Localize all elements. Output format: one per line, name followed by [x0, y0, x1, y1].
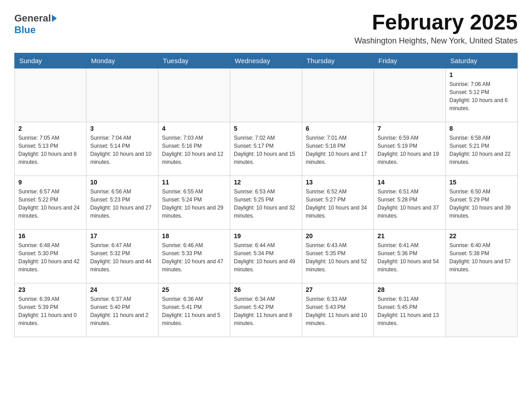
calendar-cell: 16Sunrise: 6:48 AMSunset: 5:30 PMDayligh…: [15, 229, 86, 283]
calendar-cell: 12Sunrise: 6:53 AMSunset: 5:25 PMDayligh…: [230, 176, 302, 229]
day-number: 1: [450, 71, 514, 78]
day-number: 15: [450, 179, 514, 186]
weekday-header-tuesday: Tuesday: [158, 53, 230, 68]
calendar-cell: 8Sunrise: 6:58 AMSunset: 5:21 PMDaylight…: [446, 122, 517, 176]
day-info: Sunrise: 6:59 AMSunset: 5:19 PMDaylight:…: [378, 134, 442, 166]
weekday-header-sunday: Sunday: [15, 53, 86, 68]
weekday-header-friday: Friday: [374, 53, 446, 68]
calendar-cell: 5Sunrise: 7:02 AMSunset: 5:17 PMDaylight…: [230, 122, 302, 176]
day-number: 6: [306, 125, 370, 132]
day-info: Sunrise: 6:39 AMSunset: 5:39 PMDaylight:…: [18, 295, 82, 327]
calendar-cell: 6Sunrise: 7:01 AMSunset: 5:18 PMDaylight…: [302, 122, 373, 176]
day-number: 17: [90, 232, 154, 240]
day-info: Sunrise: 6:40 AMSunset: 5:38 PMDaylight:…: [450, 241, 514, 274]
month-title: February 2025: [354, 11, 518, 34]
calendar-cell: [374, 68, 446, 122]
calendar-week-5: 23Sunrise: 6:39 AMSunset: 5:39 PMDayligh…: [15, 283, 518, 337]
day-info: Sunrise: 7:04 AMSunset: 5:14 PMDaylight:…: [90, 134, 154, 166]
day-info: Sunrise: 7:05 AMSunset: 5:13 PMDaylight:…: [18, 134, 82, 166]
day-number: 9: [18, 179, 82, 186]
day-number: 10: [90, 179, 154, 186]
day-number: 11: [162, 179, 226, 186]
calendar-week-4: 16Sunrise: 6:48 AMSunset: 5:30 PMDayligh…: [15, 229, 518, 283]
day-number: 16: [18, 232, 82, 240]
calendar-cell: 26Sunrise: 6:34 AMSunset: 5:42 PMDayligh…: [230, 283, 302, 337]
day-info: Sunrise: 6:48 AMSunset: 5:30 PMDaylight:…: [18, 241, 82, 274]
day-number: 12: [234, 179, 298, 186]
day-number: 25: [162, 286, 226, 293]
day-info: Sunrise: 6:53 AMSunset: 5:25 PMDaylight:…: [234, 188, 298, 220]
calendar-cell: 11Sunrise: 6:55 AMSunset: 5:24 PMDayligh…: [158, 176, 230, 229]
day-info: Sunrise: 6:51 AMSunset: 5:28 PMDaylight:…: [378, 188, 442, 220]
page-header: General Blue February 2025 Washington He…: [14, 11, 518, 46]
day-number: 27: [306, 286, 370, 293]
calendar-table: SundayMondayTuesdayWednesdayThursdayFrid…: [14, 53, 518, 337]
day-info: Sunrise: 6:36 AMSunset: 5:41 PMDaylight:…: [162, 295, 226, 327]
logo-blue-text: Blue: [14, 24, 36, 35]
calendar-cell: 13Sunrise: 6:52 AMSunset: 5:27 PMDayligh…: [302, 176, 373, 229]
day-number: 21: [378, 232, 442, 240]
day-info: Sunrise: 6:52 AMSunset: 5:27 PMDaylight:…: [306, 188, 370, 220]
calendar-cell: 27Sunrise: 6:33 AMSunset: 5:43 PMDayligh…: [302, 283, 373, 337]
day-info: Sunrise: 6:33 AMSunset: 5:43 PMDaylight:…: [306, 295, 370, 327]
day-info: Sunrise: 6:37 AMSunset: 5:40 PMDaylight:…: [90, 295, 154, 327]
logo-arrow-icon: [52, 15, 57, 22]
calendar-cell: 19Sunrise: 6:44 AMSunset: 5:34 PMDayligh…: [230, 229, 302, 283]
title-section: February 2025 Washington Heights, New Yo…: [354, 11, 518, 46]
calendar-cell: 14Sunrise: 6:51 AMSunset: 5:28 PMDayligh…: [374, 176, 446, 229]
logo: General Blue: [14, 11, 57, 36]
day-info: Sunrise: 6:43 AMSunset: 5:35 PMDaylight:…: [306, 241, 370, 274]
calendar-week-1: 1Sunrise: 7:06 AMSunset: 5:12 PMDaylight…: [15, 68, 518, 122]
day-info: Sunrise: 6:34 AMSunset: 5:42 PMDaylight:…: [234, 295, 298, 327]
calendar-cell: 23Sunrise: 6:39 AMSunset: 5:39 PMDayligh…: [15, 283, 86, 337]
calendar-cell: 2Sunrise: 7:05 AMSunset: 5:13 PMDaylight…: [15, 122, 86, 176]
day-number: 2: [18, 125, 82, 132]
calendar-cell: [446, 283, 517, 337]
calendar-cell: 18Sunrise: 6:46 AMSunset: 5:33 PMDayligh…: [158, 229, 230, 283]
day-info: Sunrise: 6:57 AMSunset: 5:22 PMDaylight:…: [18, 188, 82, 220]
calendar-cell: 4Sunrise: 7:03 AMSunset: 5:16 PMDaylight…: [158, 122, 230, 176]
day-number: 22: [450, 232, 514, 240]
day-info: Sunrise: 6:50 AMSunset: 5:29 PMDaylight:…: [450, 188, 514, 220]
day-number: 7: [378, 125, 442, 132]
weekday-header-monday: Monday: [86, 53, 158, 68]
day-number: 20: [306, 232, 370, 240]
day-info: Sunrise: 6:46 AMSunset: 5:33 PMDaylight:…: [162, 241, 226, 274]
calendar-cell: 25Sunrise: 6:36 AMSunset: 5:41 PMDayligh…: [158, 283, 230, 337]
calendar-cell: [15, 68, 86, 122]
day-number: 24: [90, 286, 154, 293]
logo-general-text: General: [14, 13, 51, 24]
calendar-cell: 20Sunrise: 6:43 AMSunset: 5:35 PMDayligh…: [302, 229, 373, 283]
day-info: Sunrise: 6:58 AMSunset: 5:21 PMDaylight:…: [450, 134, 514, 166]
calendar-cell: 9Sunrise: 6:57 AMSunset: 5:22 PMDaylight…: [15, 176, 86, 229]
calendar-cell: [230, 68, 302, 122]
day-info: Sunrise: 6:41 AMSunset: 5:36 PMDaylight:…: [378, 241, 442, 274]
calendar-cell: 28Sunrise: 6:31 AMSunset: 5:45 PMDayligh…: [374, 283, 446, 337]
day-info: Sunrise: 6:44 AMSunset: 5:34 PMDaylight:…: [234, 241, 298, 274]
location-title: Washington Heights, New York, United Sta…: [354, 36, 518, 46]
calendar-cell: [302, 68, 373, 122]
day-info: Sunrise: 6:55 AMSunset: 5:24 PMDaylight:…: [162, 188, 226, 220]
calendar-cell: 21Sunrise: 6:41 AMSunset: 5:36 PMDayligh…: [374, 229, 446, 283]
calendar-cell: [158, 68, 230, 122]
calendar-cell: 17Sunrise: 6:47 AMSunset: 5:32 PMDayligh…: [86, 229, 158, 283]
weekday-header-thursday: Thursday: [302, 53, 373, 68]
day-number: 18: [162, 232, 226, 240]
day-number: 5: [234, 125, 298, 132]
weekday-header-saturday: Saturday: [446, 53, 517, 68]
day-info: Sunrise: 6:47 AMSunset: 5:32 PMDaylight:…: [90, 241, 154, 274]
calendar-cell: 15Sunrise: 6:50 AMSunset: 5:29 PMDayligh…: [446, 176, 517, 229]
calendar-cell: 7Sunrise: 6:59 AMSunset: 5:19 PMDaylight…: [374, 122, 446, 176]
day-number: 3: [90, 125, 154, 132]
day-number: 13: [306, 179, 370, 186]
calendar-cell: 24Sunrise: 6:37 AMSunset: 5:40 PMDayligh…: [86, 283, 158, 337]
day-info: Sunrise: 6:31 AMSunset: 5:45 PMDaylight:…: [378, 295, 442, 327]
day-info: Sunrise: 6:56 AMSunset: 5:23 PMDaylight:…: [90, 188, 154, 220]
calendar-cell: 3Sunrise: 7:04 AMSunset: 5:14 PMDaylight…: [86, 122, 158, 176]
day-info: Sunrise: 7:03 AMSunset: 5:16 PMDaylight:…: [162, 134, 226, 166]
calendar-cell: 10Sunrise: 6:56 AMSunset: 5:23 PMDayligh…: [86, 176, 158, 229]
day-info: Sunrise: 7:01 AMSunset: 5:18 PMDaylight:…: [306, 134, 370, 166]
day-number: 4: [162, 125, 226, 132]
calendar-cell: 22Sunrise: 6:40 AMSunset: 5:38 PMDayligh…: [446, 229, 517, 283]
day-number: 23: [18, 286, 82, 293]
